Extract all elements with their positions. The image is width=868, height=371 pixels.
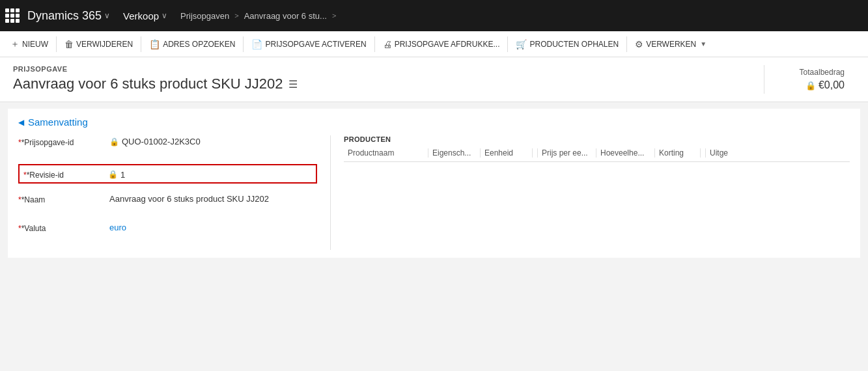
naam-value: Aanvraag voor 6 stuks product SKU JJ202 [109, 193, 317, 204]
address-icon: 📋 [149, 39, 160, 49]
toolbar-divider-5 [507, 36, 508, 52]
record-title-row: Aanvraag voor 6 stuks product SKU JJ202 … [13, 76, 298, 92]
breadcrumb-arrow-1: > [234, 12, 238, 20]
breadcrumb-record[interactable]: Aanvraag voor 6 stu... [244, 11, 327, 21]
toolbar-divider-3 [243, 36, 244, 52]
breadcrumb-arrow-2: > [332, 12, 336, 20]
toolbar-divider-1 [56, 36, 57, 52]
section-collapse-icon[interactable]: ◀ [18, 118, 24, 127]
record-title-text: Aanvraag voor 6 stuks product SKU JJ202 [13, 76, 283, 92]
prijsopgave-id-value: 🔒 QUO-01002-J2K3C0 [109, 135, 317, 146]
revisie-id-highlight-box: **Revisie-id 🔒 1 [18, 164, 317, 184]
products-columns-row: Productnaam Eigensch... Eenheid Prijs pe… [344, 148, 850, 162]
process-icon: ⚙ [635, 39, 643, 49]
totaal-label: Totaalbedrag [775, 68, 845, 77]
record-menu-icon[interactable]: ☰ [288, 78, 298, 90]
section-title: Samenvatting [28, 117, 88, 128]
toolbar-divider-6 [626, 36, 627, 52]
toolbar-divider-4 [374, 36, 375, 52]
section-body: **Prijsopgave-id 🔒 QUO-01002-J2K3C0 **Re… [18, 135, 850, 250]
col-hoeveelh: Hoeveelhe... [596, 148, 655, 158]
nav-module[interactable]: Verkoop [123, 10, 159, 21]
col-separator [533, 148, 538, 158]
naam-label: **Naam [18, 193, 109, 204]
samenvatting-section: ◀ Samenvatting **Prijsopgave-id 🔒 QUO-01… [8, 109, 860, 258]
col-eenheid: Eenheid [481, 148, 533, 158]
field-valuta: **Valuta euro [18, 221, 317, 241]
waffle-menu-icon[interactable] [5, 8, 20, 23]
record-form-type: PRIJSOPGAVE [13, 65, 298, 73]
process-button[interactable]: ⚙ VERWERKEN ▼ [630, 36, 712, 52]
activate-button[interactable]: 📄 PRIJSOPGAVE ACTIVEREN [246, 36, 371, 52]
delete-icon: 🗑 [64, 39, 74, 49]
top-nav-bar: Dynamics 365 ∨ Verkoop ∨ Prijsopgaven > … [0, 0, 868, 31]
activate-icon: 📄 [251, 39, 262, 49]
breadcrumb-prijsopgaven[interactable]: Prijsopgaven [180, 11, 229, 21]
col-uitge: Uitge [706, 148, 745, 158]
app-chevron[interactable]: ∨ [104, 11, 110, 20]
col-prijs: Prijs per ee... [538, 148, 596, 158]
valuta-label: **Valuta [18, 221, 109, 233]
valuta-link[interactable]: euro [109, 223, 126, 232]
toolbar-divider-2 [141, 36, 141, 52]
products-column: PRODUCTEN Productnaam Eigensch... Eenhei… [331, 135, 850, 250]
delete-button[interactable]: 🗑 VERWIJDEREN [59, 36, 138, 52]
col-korting: Korting [655, 148, 701, 158]
section-header: ◀ Samenvatting [18, 117, 850, 128]
products-header: PRODUCTEN [344, 135, 850, 143]
revisie-id-label: **Revisie-id [23, 168, 108, 180]
revisie-lock-icon: 🔒 [108, 170, 118, 179]
print-icon: 🖨 [383, 39, 392, 49]
record-info: PRIJSOPGAVE Aanvraag voor 6 stuks produc… [13, 65, 298, 92]
totaal-value-row: 🔒 €0,00 [775, 79, 845, 91]
address-button[interactable]: 📋 ADRES OPZOEKEN [144, 36, 240, 52]
col-productnaam: Productnaam [344, 148, 428, 158]
app-name[interactable]: Dynamics 365 [27, 9, 102, 23]
field-prijsopgave-id: **Prijsopgave-id 🔒 QUO-01002-J2K3C0 [18, 135, 317, 155]
field-naam: **Naam Aanvraag voor 6 stuks product SKU… [18, 193, 317, 212]
record-header: PRIJSOPGAVE Aanvraag voor 6 stuks produc… [0, 57, 868, 102]
form-column: **Prijsopgave-id 🔒 QUO-01002-J2K3C0 **Re… [18, 135, 331, 250]
totaal-amount: €0,00 [819, 79, 845, 91]
new-button[interactable]: ＋ NIEUW [5, 36, 53, 53]
process-dropdown-arrow: ▼ [700, 40, 707, 48]
revisie-id-value: 🔒 1 [108, 169, 312, 180]
new-icon: ＋ [10, 38, 20, 50]
module-chevron[interactable]: ∨ [161, 11, 167, 20]
prijsopgave-lock-icon: 🔒 [109, 137, 119, 146]
prijsopgave-id-label: **Prijsopgave-id [18, 135, 109, 147]
valuta-value: euro [109, 221, 317, 232]
toolbar: ＋ NIEUW 🗑 VERWIJDEREN 📋 ADRES OPZOEKEN 📄… [0, 31, 868, 57]
field-revisie-id: **Revisie-id 🔒 1 [18, 164, 317, 184]
products-icon: 🛒 [516, 39, 527, 49]
print-button[interactable]: 🖨 PRIJSOPGAVE AFDRUKKE... [378, 36, 505, 52]
totaal-section: Totaalbedrag 🔒 €0,00 [764, 65, 855, 94]
col-separator2 [701, 148, 706, 158]
col-eigensch: Eigensch... [428, 148, 481, 158]
totaal-lock-icon: 🔒 [805, 81, 816, 90]
products-button[interactable]: 🛒 PRODUCTEN OPHALEN [511, 36, 624, 52]
